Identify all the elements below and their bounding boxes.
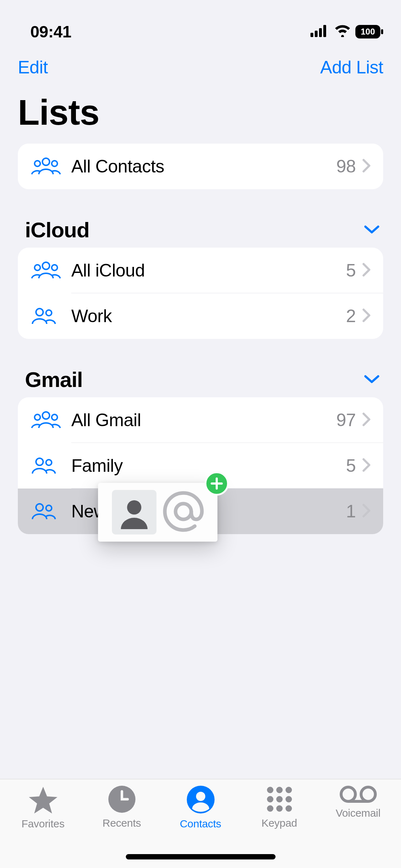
svg-rect-2: [319, 28, 322, 37]
section-header-gmail[interactable]: Gmail: [0, 367, 401, 397]
at-icon: [163, 491, 204, 533]
people-three-icon: [30, 411, 71, 429]
list-item-label: All Contacts: [71, 156, 336, 177]
keypad-icon: [266, 786, 293, 814]
svg-point-6: [42, 158, 50, 165]
chevron-down-icon: [364, 374, 380, 386]
tab-bar: Favorites Recents Contacts Keypad: [0, 779, 401, 868]
list-item-count: 1: [346, 501, 356, 522]
home-indicator[interactable]: [126, 854, 276, 859]
svg-point-15: [35, 414, 40, 420]
battery-level: 100: [355, 27, 380, 37]
section-header-icloud[interactable]: iCloud: [0, 218, 401, 248]
list-item-count: 97: [336, 410, 356, 430]
tab-label: Voicemail: [336, 807, 381, 819]
nav-bar: Edit Add List: [0, 46, 401, 78]
chevron-down-icon: [364, 224, 380, 236]
list-item-work[interactable]: Work 2: [18, 293, 383, 339]
clock-icon: [108, 786, 135, 814]
list-item-count: 2: [346, 306, 356, 326]
svg-point-31: [286, 796, 292, 802]
svg-point-9: [42, 262, 50, 269]
cellular-icon: [310, 25, 330, 38]
chevron-right-icon: [362, 458, 371, 474]
star-icon: [29, 786, 58, 815]
people-two-icon: [30, 307, 71, 325]
svg-point-13: [46, 310, 52, 316]
list-item-count: 98: [336, 156, 356, 177]
svg-point-29: [267, 796, 273, 802]
page-title: Lists: [0, 78, 401, 144]
people-three-icon: [30, 157, 71, 176]
svg-point-11: [52, 265, 57, 270]
svg-point-17: [36, 458, 43, 465]
plus-badge-icon: [205, 471, 229, 496]
people-two-icon: [30, 502, 71, 521]
section-title: Gmail: [25, 367, 83, 392]
svg-point-22: [175, 504, 191, 520]
list-item-label: All Gmail: [71, 410, 336, 430]
tab-label: Recents: [103, 817, 141, 829]
svg-point-14: [42, 412, 50, 419]
list-item-count: 5: [346, 260, 356, 281]
tab-favorites[interactable]: Favorites: [7, 786, 79, 868]
battery-icon: 100: [355, 25, 383, 38]
list-item-family[interactable]: Family 5: [18, 443, 383, 489]
status-bar: 09:41 100: [0, 0, 401, 46]
svg-point-7: [35, 161, 40, 166]
svg-rect-0: [310, 33, 313, 37]
svg-point-35: [341, 787, 355, 801]
svg-point-18: [46, 460, 52, 465]
tab-label: Favorites: [21, 818, 65, 830]
list-item-all-gmail[interactable]: All Gmail 97: [18, 397, 383, 443]
tab-voicemail[interactable]: Voicemail: [323, 786, 394, 868]
svg-rect-1: [315, 31, 318, 37]
list-item-label: Work: [71, 306, 346, 326]
chevron-right-icon: [362, 412, 371, 428]
all-contacts-card: All Contacts 98: [18, 144, 383, 189]
drag-vcard[interactable]: [98, 483, 217, 542]
svg-point-32: [267, 805, 273, 812]
svg-point-33: [276, 805, 283, 812]
svg-point-21: [127, 500, 141, 515]
svg-point-8: [52, 161, 57, 166]
section-title: iCloud: [25, 218, 89, 242]
list-item-label: Family: [71, 455, 346, 476]
status-icons: 100: [310, 25, 383, 38]
svg-point-28: [286, 787, 292, 793]
list-item-label: All iCloud: [71, 260, 346, 281]
time-label: 09:41: [30, 22, 71, 41]
avatar-placeholder-icon: [112, 490, 156, 534]
list-item-all-icloud[interactable]: All iCloud 5: [18, 248, 383, 293]
tab-label: Contacts: [180, 818, 221, 830]
svg-point-26: [267, 787, 273, 793]
wifi-icon: [334, 25, 351, 38]
svg-point-34: [286, 805, 292, 812]
chevron-right-icon: [362, 308, 371, 324]
icloud-card: All iCloud 5 Work 2: [18, 248, 383, 339]
edit-button[interactable]: Edit: [18, 57, 48, 78]
people-two-icon: [30, 456, 71, 475]
add-list-button[interactable]: Add List: [320, 57, 383, 78]
svg-point-16: [52, 414, 57, 420]
list-item-all-contacts[interactable]: All Contacts 98: [18, 144, 383, 189]
people-three-icon: [30, 261, 71, 280]
list-item-count: 5: [346, 455, 356, 476]
person-circle-icon: [187, 786, 215, 815]
chevron-right-icon: [362, 503, 371, 519]
svg-point-25: [196, 792, 205, 801]
chevron-right-icon: [362, 263, 371, 278]
svg-point-20: [46, 505, 52, 511]
tab-label: Keypad: [262, 817, 297, 829]
svg-point-27: [276, 787, 283, 793]
svg-rect-5: [381, 29, 383, 34]
svg-point-10: [35, 265, 40, 270]
svg-rect-3: [323, 25, 326, 37]
chevron-right-icon: [362, 159, 371, 174]
svg-point-12: [36, 309, 43, 316]
svg-point-19: [36, 504, 43, 511]
voicemail-icon: [340, 786, 377, 804]
svg-point-36: [361, 787, 375, 801]
svg-point-30: [276, 796, 283, 802]
